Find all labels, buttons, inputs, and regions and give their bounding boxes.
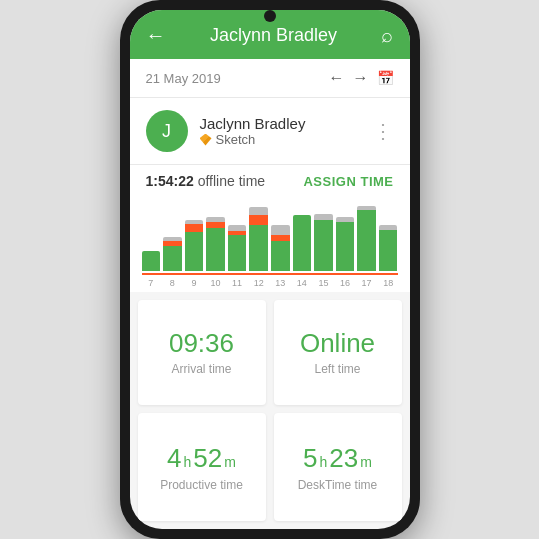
- chart-label: 7: [142, 278, 161, 288]
- back-icon[interactable]: ←: [146, 24, 166, 47]
- calendar-icon[interactable]: 📅: [377, 70, 394, 86]
- card-label-productive: Productive time: [160, 478, 243, 492]
- bar-group: [142, 206, 161, 271]
- role-label: Sketch: [216, 132, 256, 147]
- chart-label: 17: [357, 278, 376, 288]
- bar-group: [249, 206, 268, 271]
- page-title: Jaclynn Bradley: [210, 25, 337, 46]
- card-minutes-unit-desktime: m: [360, 454, 372, 470]
- info-card-desktime: 5h 23mDeskTime time: [274, 413, 402, 521]
- chart-label: 11: [228, 278, 247, 288]
- date-label: 21 May 2019: [146, 71, 221, 86]
- bar-group: [379, 206, 398, 271]
- card-minutes-desktime: 23: [329, 443, 358, 474]
- chart-label: 18: [379, 278, 398, 288]
- date-nav: ← → 📅: [329, 69, 394, 87]
- card-hours-unit-desktime: h: [320, 454, 328, 470]
- info-grid: 09:36Arrival timeOnlineLeft time4h 52mPr…: [130, 292, 410, 529]
- card-value-online: Online: [300, 329, 375, 358]
- chart-label: 15: [314, 278, 333, 288]
- chart-label: 12: [249, 278, 268, 288]
- chart-label: 8: [163, 278, 182, 288]
- chart-label: 14: [293, 278, 312, 288]
- next-date-button[interactable]: →: [353, 69, 369, 87]
- info-card-online: OnlineLeft time: [274, 300, 402, 405]
- card-label-arrival: Arrival time: [171, 362, 231, 376]
- bar-group: [293, 206, 312, 271]
- info-card-productive: 4h 52mProductive time: [138, 413, 266, 521]
- bar-group: [163, 206, 182, 271]
- chart-labels: 789101112131415161718: [142, 275, 398, 288]
- notch: [264, 10, 276, 22]
- user-role: Sketch: [200, 132, 306, 147]
- prev-date-button[interactable]: ←: [329, 69, 345, 87]
- bar-group: [336, 206, 355, 271]
- chart-container: 789101112131415161718: [130, 197, 410, 292]
- card-value-row-desktime: 5h 23m: [303, 443, 372, 474]
- card-hours-desktime: 5: [303, 443, 317, 474]
- card-hours-productive: 4: [167, 443, 181, 474]
- info-card-arrival: 09:36Arrival time: [138, 300, 266, 405]
- phone-screen: ← Jaclynn Bradley ⌕ 21 May 2019 ← → 📅 J …: [130, 10, 410, 529]
- phone-frame: ← Jaclynn Bradley ⌕ 21 May 2019 ← → 📅 J …: [120, 0, 420, 539]
- bar-group: [228, 206, 247, 271]
- bar-group: [206, 206, 225, 271]
- date-bar: 21 May 2019 ← → 📅: [130, 59, 410, 98]
- search-icon[interactable]: ⌕: [381, 24, 393, 47]
- card-minutes-productive: 52: [193, 443, 222, 474]
- card-hours-unit-productive: h: [184, 454, 192, 470]
- user-details: Jaclynn Bradley Sketch: [200, 115, 306, 147]
- stats-bar: 1:54:22 offline time ASSIGN TIME: [130, 165, 410, 197]
- card-label-desktime: DeskTime time: [298, 478, 378, 492]
- chart-label: 13: [271, 278, 290, 288]
- bar-group: [314, 206, 333, 271]
- chart-label: 10: [206, 278, 225, 288]
- card-minutes-unit-productive: m: [224, 454, 236, 470]
- offline-time-label: 1:54:22 offline time: [146, 173, 266, 189]
- sketch-icon: [200, 134, 212, 146]
- card-label-online: Left time: [314, 362, 360, 376]
- bar-group: [185, 206, 204, 271]
- user-name: Jaclynn Bradley: [200, 115, 306, 132]
- bar-group: [357, 206, 376, 271]
- assign-time-button[interactable]: ASSIGN TIME: [303, 174, 393, 189]
- card-value-arrival: 09:36: [169, 329, 234, 358]
- avatar: J: [146, 110, 188, 152]
- user-card: J Jaclynn Bradley Sketch ⋮: [130, 98, 410, 165]
- chart-label: 16: [336, 278, 355, 288]
- user-info: J Jaclynn Bradley Sketch: [146, 110, 306, 152]
- more-options-button[interactable]: ⋮: [373, 119, 394, 143]
- bar-group: [271, 206, 290, 271]
- card-value-row-productive: 4h 52m: [167, 443, 236, 474]
- chart-label: 9: [185, 278, 204, 288]
- bar-chart: [142, 205, 398, 275]
